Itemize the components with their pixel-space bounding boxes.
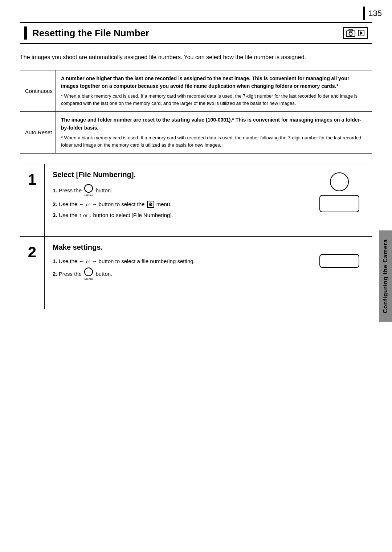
menu-button-icon-1: MENU [84,184,93,198]
step-2-inst-1: 1. Use the ← or → button to select a fil… [53,257,314,266]
step-2-number-col: 2 [20,237,45,309]
step-1-number-col: 1 [20,164,45,236]
title-bar [24,26,27,40]
step-1-inst-1: 1. Press the MENU button. [53,184,314,198]
camera-icon [346,29,356,37]
cam-diagram-circle-1 [330,172,349,191]
step-1-number: 1 [28,172,36,187]
step-2-number: 2 [28,245,36,260]
step-1-inner: Select [File Numbering]. 1. Press the ME… [53,171,365,222]
cam-diagram-rect-1 [319,195,359,212]
intro-text: The images you shoot are automatically a… [20,53,372,62]
sidebar-tab: Configuring the Camera [379,230,392,322]
continuous-bold: A number one higher than the last one re… [61,75,367,90]
page-title: Resetting the File Number [32,28,149,39]
page-number: 135 [368,9,392,18]
play-icon [357,29,365,37]
table-row: Continuous A number one higher than the … [20,70,372,112]
page-number-area: 135 [363,7,392,20]
step-1-inst-2: 2. Use the ← or → button to select the ⚙… [53,200,314,209]
step-2-content: Make settings. 1. Use the ← or → button … [45,237,372,309]
title-icons [343,27,368,39]
step-1-diagram [314,171,365,212]
title-left: Resetting the File Number [24,26,149,40]
autoreset-bold: The image and folder number are reset to… [61,116,367,132]
continuous-content: A number one higher than the last one re… [56,70,372,112]
step-1-text-area: Select [File Numbering]. 1. Press the ME… [53,171,314,222]
svg-point-1 [349,32,352,36]
info-table: Continuous A number one higher than the … [20,70,372,154]
step-1-inst-3: 3. Use the ↑ or ↓ button to select [File… [53,210,314,220]
svg-rect-0 [346,31,355,37]
main-content: Resetting the File Number [0,0,392,324]
step-1-title: Select [File Numbering]. [53,171,314,179]
step-2-inst-2: 2. Press the MENU button. [53,267,314,282]
step-1-content: Select [File Numbering]. 1. Press the ME… [45,164,372,236]
page-container: 135 Configuring the Camera Resetting the… [0,0,392,552]
tool-menu-icon: ⚙ [147,201,154,208]
step-2-text-area: Make settings. 1. Use the ← or → button … [53,243,314,283]
step-2-inner: Make settings. 1. Use the ← or → button … [53,243,365,283]
cam-diagram-rect-2 [319,254,359,268]
page-number-bar [363,7,365,20]
autoreset-label: Auto Reset [20,112,56,154]
steps-container: 1 Select [File Numbering]. 1. Press the … [20,164,372,309]
svg-marker-4 [360,31,363,35]
sidebar-label: Configuring the Camera [382,239,389,313]
continuous-normal: * When a blank memory card is used. If a… [61,93,367,107]
step-2-title: Make settings. [53,243,314,252]
autoreset-content: The image and folder number are reset to… [56,112,372,154]
autoreset-normal: * When a blank memory card is used. If a… [61,134,367,149]
continuous-label: Continuous [20,70,56,112]
step-1-row: 1 Select [File Numbering]. 1. Press the … [20,164,372,237]
step-2-row: 2 Make settings. 1. Use the ← or → butto… [20,237,372,309]
table-row: Auto Reset The image and folder number a… [20,112,372,154]
menu-button-icon-2: MENU [84,267,93,282]
svg-rect-2 [349,29,352,31]
step-2-diagram [314,243,365,268]
title-section: Resetting the File Number [20,22,372,44]
